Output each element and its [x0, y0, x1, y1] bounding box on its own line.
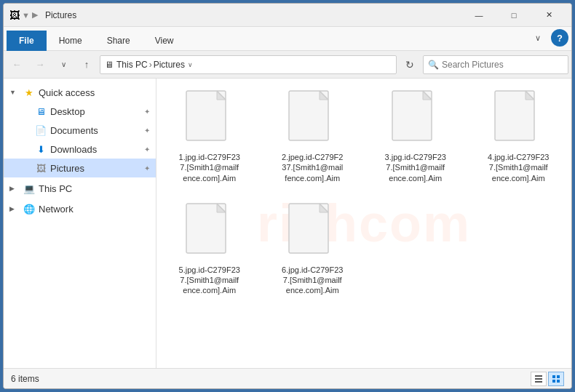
sidebar-label-pictures: Pictures — [50, 163, 140, 174]
minimize-button[interactable]: — — [462, 5, 496, 25]
quickaccess-icon: ★ — [23, 87, 36, 98]
chevron-quickaccess: ▼ — [9, 89, 20, 96]
ribbon: File Home Share View ∨ ? — [4, 27, 571, 51]
address-path[interactable]: 🖥 This PC › Pictures ∨ — [100, 55, 397, 74]
file-label-3: 3.jpg.id-C279F237.[Smith1@mailfence.com]… — [385, 152, 446, 183]
sidebar-label-quickaccess: Quick access — [39, 87, 150, 98]
maximize-button[interactable]: □ — [497, 5, 531, 25]
file-icon-3 — [389, 89, 442, 149]
path-separator: › — [149, 60, 152, 70]
svg-rect-9 — [552, 375, 555, 378]
file-item-2[interactable]: 2.jpeg.id-C279F237.[Smith1@mailfence.com… — [266, 84, 360, 188]
file-label-6: 6.jpg.id-C279F237.[Smith1@mailfence.com]… — [282, 265, 343, 296]
options-dropdown[interactable]: ∨ — [528, 28, 548, 47]
file-item-6[interactable]: 6.jpg.id-C279F237.[Smith1@mailfence.com]… — [266, 197, 360, 301]
pin-downloads-icon: ✦ — [144, 145, 150, 153]
sidebar: ▼ ★ Quick access 🖥 Desktop ✦ 📄 Documents… — [4, 79, 156, 368]
sidebar-item-quickaccess[interactable]: ▼ ★ Quick access — [4, 83, 156, 102]
file-icon-4 — [492, 89, 544, 149]
file-label-5: 5.jpg.id-C279F237.[Smith1@mailfence.com]… — [179, 265, 240, 296]
forward-button[interactable]: → — [30, 55, 50, 74]
file-label-1: 1.jpg.id-C279F237.[Smith1@mailfence.com]… — [179, 152, 240, 183]
recent-button[interactable]: ∨ — [53, 55, 74, 74]
search-input[interactable] — [442, 60, 563, 70]
file-explorer-window: 🖼 ▼ ▶ Pictures — □ ✕ File Home Share Vie… — [3, 3, 572, 389]
ribbon-right: ∨ ? — [528, 28, 568, 50]
sidebar-item-downloads[interactable]: ⬇ Downloads ✦ — [4, 140, 156, 159]
sidebar-item-pictures[interactable]: 🖼 Pictures ✦ — [4, 159, 156, 177]
pin-desktop-icon: ✦ — [144, 108, 150, 116]
sidebar-label-downloads: Downloads — [50, 144, 140, 155]
main-area: ▼ ★ Quick access 🖥 Desktop ✦ 📄 Documents… — [4, 79, 571, 368]
thispc-icon: 💻 — [23, 183, 36, 194]
sidebar-section-thispc: ▶ 💻 This PC — [4, 179, 156, 198]
help-button[interactable]: ? — [551, 29, 568, 47]
sidebar-item-documents[interactable]: 📄 Documents ✦ — [4, 121, 156, 140]
chevron-thispc: ▶ — [9, 185, 20, 192]
address-bar: ← → ∨ ↑ 🖥 This PC › Pictures ∨ ↻ 🔍 — [4, 51, 571, 79]
titlebar-icon1: 🖼 — [9, 9, 20, 21]
sidebar-label-thispc: This PC — [39, 183, 150, 194]
sidebar-label-desktop: Desktop — [50, 106, 140, 117]
close-button[interactable]: ✕ — [532, 5, 566, 25]
title-bar-left: 🖼 ▼ ▶ Pictures — [9, 9, 462, 21]
search-box[interactable]: 🔍 — [423, 55, 568, 74]
path-part-thispc: This PC — [116, 60, 148, 70]
tab-view[interactable]: View — [143, 31, 186, 51]
refresh-button[interactable]: ↻ — [400, 55, 420, 74]
path-part-pictures: Pictures — [154, 60, 185, 70]
list-view-button[interactable] — [531, 372, 547, 386]
pin-documents-icon: ✦ — [144, 127, 150, 135]
up-button[interactable]: ↑ — [76, 55, 97, 74]
downloads-icon: ⬇ — [34, 144, 47, 155]
svg-rect-12 — [557, 380, 560, 383]
search-icon: 🔍 — [428, 60, 439, 70]
tab-home[interactable]: Home — [47, 31, 95, 51]
pin-pictures-icon: ✦ — [144, 164, 150, 172]
svg-rect-11 — [552, 380, 555, 383]
tab-file[interactable]: File — [7, 31, 47, 51]
tiles-view-button[interactable] — [548, 372, 564, 386]
title-bar: 🖼 ▼ ▶ Pictures — □ ✕ — [4, 4, 571, 27]
pictures-icon: 🖼 — [34, 163, 47, 174]
status-bar: 6 items — [4, 368, 571, 388]
svg-rect-10 — [557, 375, 560, 378]
sidebar-label-network: Network — [39, 204, 150, 215]
file-item-3[interactable]: 3.jpg.id-C279F237.[Smith1@mailfence.com]… — [368, 84, 463, 188]
file-label-4: 4.jpg.id-C279F237.[Smith1@mailfence.com]… — [488, 152, 549, 183]
sidebar-item-thispc[interactable]: ▶ 💻 This PC — [4, 179, 156, 198]
svg-rect-7 — [535, 378, 542, 380]
documents-icon: 📄 — [34, 125, 47, 136]
file-icon-2 — [286, 89, 338, 149]
back-button[interactable]: ← — [7, 55, 27, 74]
window-controls: — □ ✕ — [462, 5, 566, 25]
sidebar-section-network: ▶ 🌐 Network — [4, 199, 156, 218]
sidebar-item-desktop[interactable]: 🖥 Desktop ✦ — [4, 102, 156, 121]
svg-rect-6 — [535, 375, 542, 377]
file-icon-5 — [183, 202, 236, 262]
tab-share[interactable]: Share — [95, 31, 143, 51]
sidebar-label-documents: Documents — [50, 125, 140, 136]
file-item-5[interactable]: 5.jpg.id-C279F237.[Smith1@mailfence.com]… — [162, 197, 257, 301]
status-count: 6 items — [11, 374, 531, 384]
sidebar-section-quickaccess: ▼ ★ Quick access 🖥 Desktop ✦ 📄 Documents… — [4, 83, 156, 177]
file-item-4[interactable]: 4.jpg.id-C279F237.[Smith1@mailfence.com]… — [472, 84, 566, 188]
file-icon-1 — [183, 89, 236, 149]
view-buttons — [531, 372, 564, 386]
titlebar-icon2: ▼ — [22, 11, 30, 20]
sidebar-item-network[interactable]: ▶ 🌐 Network — [4, 199, 156, 218]
network-icon: 🌐 — [23, 204, 36, 215]
desktop-icon: 🖥 — [34, 106, 47, 117]
path-icon: 🖥 — [105, 60, 114, 70]
file-item-1[interactable]: 1.jpg.id-C279F237.[Smith1@mailfence.com]… — [162, 84, 257, 188]
files-grid: 1.jpg.id-C279F237.[Smith1@mailfence.com]… — [162, 84, 566, 301]
file-label-2: 2.jpeg.id-C279F237.[Smith1@mailfence.com… — [282, 152, 343, 183]
file-icon-6 — [286, 202, 338, 262]
titlebar-icon3: ▶ — [32, 10, 38, 20]
chevron-network: ▶ — [9, 205, 20, 212]
ribbon-tabs: File Home Share View ∨ ? — [4, 27, 571, 50]
window-title: Pictures — [45, 10, 76, 20]
content-area: rishcom 1.jpg.id-C279F237.[Smith1@mailfe… — [156, 79, 571, 368]
svg-rect-8 — [535, 381, 542, 383]
path-dropdown-icon: ∨ — [188, 61, 193, 68]
